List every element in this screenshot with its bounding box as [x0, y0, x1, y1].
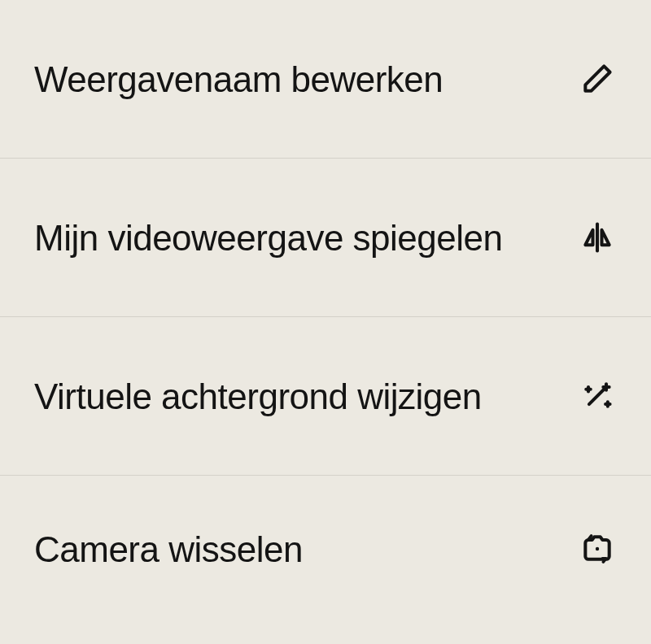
menu-label: Camera wisselen: [34, 527, 303, 572]
svg-point-8: [596, 547, 599, 550]
mirror-icon: [578, 218, 617, 257]
mirror-video-item[interactable]: Mijn videoweergave spiegelen: [0, 159, 651, 317]
menu-label: Mijn videoweergave spiegelen: [34, 215, 502, 260]
camera-flip-icon: [578, 529, 617, 568]
menu-label: Weergavenaam bewerken: [34, 57, 443, 102]
switch-camera-item[interactable]: Camera wisselen: [0, 476, 651, 606]
menu-label: Virtuele achtergrond wijzigen: [34, 374, 482, 419]
edit-display-name-item[interactable]: Weergavenaam bewerken: [0, 0, 651, 159]
virtual-background-item[interactable]: Virtuele achtergrond wijzigen: [0, 317, 651, 476]
settings-menu: Weergavenaam bewerken Mijn videoweergave…: [0, 0, 651, 644]
pencil-icon: [578, 59, 617, 98]
magic-wand-icon: [578, 376, 617, 416]
